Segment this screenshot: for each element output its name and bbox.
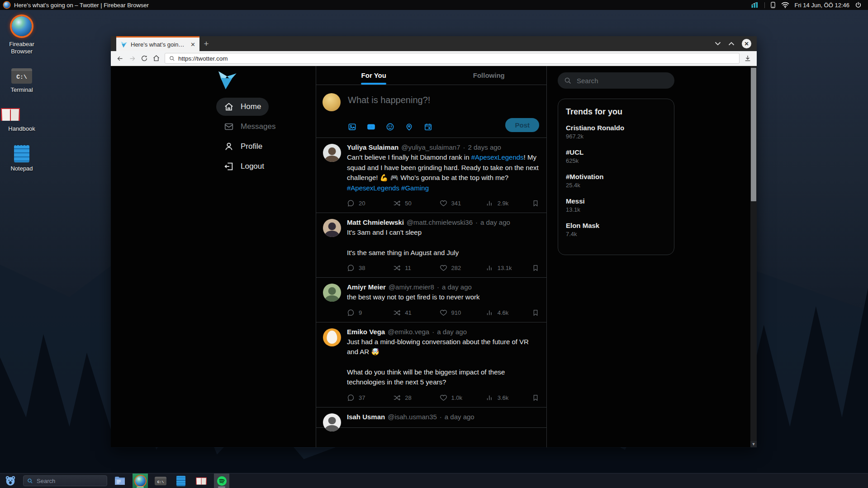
- hashtag-link[interactable]: #Gaming: [401, 184, 429, 192]
- browser-tab[interactable]: Here's what's goin… ✕: [116, 36, 199, 51]
- bookmark-button[interactable]: [532, 394, 539, 402]
- taskbar-handbook[interactable]: [194, 474, 209, 488]
- reply-button[interactable]: 9: [347, 309, 393, 317]
- tweet-author[interactable]: Amiyr Meier: [347, 283, 386, 291]
- url-bar[interactable]: https://twotter.com: [165, 53, 740, 64]
- tab-following[interactable]: Following: [432, 66, 547, 85]
- tweet[interactable]: Matt Chmielewski @matt.chmielewski36 · a…: [316, 213, 546, 278]
- taskbar-spotify[interactable]: [214, 474, 229, 488]
- tweet-avatar[interactable]: [323, 284, 341, 302]
- taskbar-firebear-browser[interactable]: [133, 474, 148, 488]
- tweet-avatar[interactable]: [323, 413, 341, 431]
- tweet-handle[interactable]: @isah.usman35: [388, 413, 437, 421]
- add-image-icon[interactable]: [348, 123, 356, 131]
- phone-icon[interactable]: [770, 2, 776, 8]
- tweet[interactable]: Emiko Vega @emiko.vega · a day ago Just …: [316, 322, 546, 407]
- reload-button[interactable]: [141, 55, 148, 62]
- downloads-button[interactable]: [744, 55, 751, 62]
- user-avatar[interactable]: [323, 93, 341, 111]
- desktop-icon-terminal[interactable]: C:\ Terminal: [0, 68, 43, 94]
- tweet[interactable]: Isah Usman @isah.usman35 · a day ago: [316, 407, 546, 428]
- window-maximize-icon[interactable]: [728, 42, 735, 46]
- nav-item-profile[interactable]: Profile: [216, 137, 270, 156]
- schedule-icon[interactable]: [424, 123, 432, 131]
- tweet-author[interactable]: Matt Chmielewski: [347, 218, 404, 226]
- trend-item[interactable]: Elon Mask 7.4k: [566, 222, 666, 237]
- retweet-button[interactable]: 50: [393, 199, 439, 207]
- retweet-button[interactable]: 11: [393, 264, 439, 272]
- trend-item[interactable]: #UCL 625k: [566, 148, 666, 164]
- page-scrollbar[interactable]: ▼: [750, 66, 757, 447]
- desktop-icon-fireabear-browser[interactable]: Fireabear Browser: [0, 16, 43, 56]
- window-restore-down-icon[interactable]: [715, 42, 721, 46]
- tweet-handle[interactable]: @emiko.vega: [388, 328, 429, 336]
- nav-item-logout[interactable]: Logout: [216, 157, 272, 175]
- compose-input[interactable]: What is happening?!: [348, 95, 539, 105]
- hashtag-link[interactable]: #ApesexLegends: [347, 184, 399, 192]
- clock[interactable]: Fri 14 Jun, ÖÖ 12:46: [795, 2, 849, 9]
- bookmark-button[interactable]: [532, 264, 539, 272]
- new-tab-button[interactable]: +: [199, 36, 213, 51]
- twitter-logo[interactable]: [216, 71, 238, 90]
- twitter-search-input[interactable]: Search: [558, 72, 674, 89]
- like-button[interactable]: 341: [440, 199, 486, 207]
- tweet-handle[interactable]: @amiyr.meier8: [389, 283, 434, 291]
- nav-item-messages[interactable]: Messages: [216, 118, 283, 136]
- trend-item[interactable]: Messi 13.1k: [566, 197, 666, 213]
- like-button[interactable]: 910: [440, 309, 486, 317]
- views-button[interactable]: 3.6k: [486, 394, 532, 402]
- taskbar-terminal[interactable]: C:\: [153, 474, 168, 488]
- views-button[interactable]: 2.9k: [486, 199, 532, 207]
- retweet-button[interactable]: 41: [393, 309, 439, 317]
- desktop-icon-handbook[interactable]: Handbook: [0, 106, 43, 133]
- views-button[interactable]: 4.6k: [486, 309, 532, 317]
- network-stats-icon[interactable]: [751, 2, 759, 8]
- scrollbar-thumb[interactable]: [751, 68, 756, 201]
- window-close-button[interactable]: ✕: [742, 39, 751, 48]
- trend-item[interactable]: Cristiano Ronaldo 967.2k: [566, 124, 666, 140]
- bookmark-button[interactable]: [532, 199, 539, 207]
- tweet-avatar[interactable]: [323, 144, 341, 162]
- forward-button[interactable]: [128, 55, 136, 62]
- add-location-icon[interactable]: [405, 123, 413, 131]
- retweet-button[interactable]: 28: [393, 394, 439, 402]
- back-button[interactable]: [116, 55, 124, 62]
- fireabear-browser-icon: [135, 476, 146, 486]
- desktop-icon-notepad[interactable]: Notepad: [0, 145, 43, 172]
- tab-close-icon[interactable]: ✕: [190, 42, 195, 47]
- tweet[interactable]: Yuliya Sulaiman @yuliya_sulaiman7 · 2 da…: [316, 138, 546, 213]
- reply-button[interactable]: 20: [347, 199, 393, 207]
- tweet-avatar[interactable]: [323, 328, 341, 346]
- tweet-avatar[interactable]: [323, 219, 341, 237]
- taskbar-file-manager[interactable]: [112, 474, 128, 488]
- tweet-handle[interactable]: @yuliya_sulaiman7: [401, 143, 460, 151]
- tweet-author[interactable]: Isah Usman: [347, 413, 385, 421]
- start-button[interactable]: [3, 474, 18, 488]
- tweet-handle[interactable]: @matt.chmielewski36: [407, 218, 473, 226]
- trend-item[interactable]: #Motivation 25.4k: [566, 173, 666, 189]
- reply-button[interactable]: 38: [347, 264, 393, 272]
- add-gif-icon[interactable]: GIF: [367, 123, 375, 131]
- like-button[interactable]: 282: [440, 264, 486, 272]
- tab-for-you[interactable]: For You: [316, 66, 432, 85]
- tweet-author[interactable]: Yuliya Sulaiman: [347, 143, 398, 151]
- hashtag-link[interactable]: #ApesexLegends: [471, 153, 524, 161]
- reply-button[interactable]: 37: [347, 394, 393, 402]
- power-icon[interactable]: [855, 2, 862, 8]
- views-button[interactable]: 13.1k: [486, 264, 532, 272]
- home-button[interactable]: [152, 55, 160, 62]
- nav-item-home[interactable]: Home: [216, 98, 269, 116]
- wifi-icon[interactable]: [781, 2, 789, 8]
- tweet-author[interactable]: Emiko Vega: [347, 328, 385, 336]
- tweet-stats: 20 50 341 2.9k: [347, 199, 539, 207]
- scrollbar-down-arrow[interactable]: ▼: [750, 441, 757, 447]
- taskbar-notepad[interactable]: [173, 474, 189, 488]
- like-button[interactable]: 1.0k: [440, 394, 486, 402]
- views-icon: [486, 199, 493, 207]
- bookmark-button[interactable]: [532, 309, 539, 317]
- post-button[interactable]: Post: [505, 118, 539, 132]
- tweet[interactable]: Amiyr Meier @amiyr.meier8 · a day ago th…: [316, 278, 546, 322]
- taskbar-search-input[interactable]: Search: [23, 475, 107, 486]
- add-emoji-icon[interactable]: [386, 123, 394, 131]
- browser-tab-bar: Here's what's goin… ✕ + ✕: [111, 36, 757, 51]
